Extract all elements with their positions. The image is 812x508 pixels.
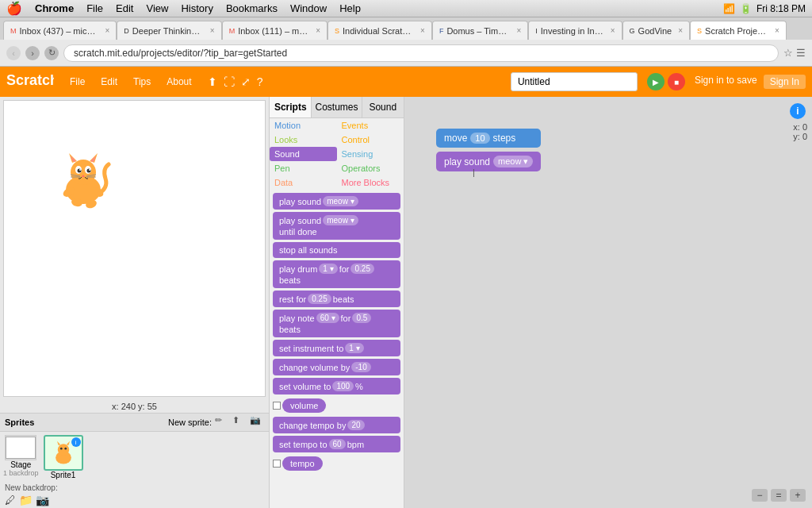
menu-edit[interactable]: Edit	[116, 2, 133, 14]
tab-sound[interactable]: Sound	[362, 97, 404, 117]
workspace-block-play-sound[interactable]: play sound meow ▾ |	[436, 152, 541, 171]
tab-investing[interactable]: I Investing in Infrastru... ×	[528, 21, 622, 40]
url-input[interactable]: scratch.mit.edu/projects/editor/?tip_bar…	[63, 44, 779, 62]
tempo-checkbox[interactable]	[273, 460, 281, 468]
menu-help[interactable]: Help	[339, 2, 361, 14]
block-change-tempo[interactable]: change tempo by 20	[273, 417, 400, 433]
tab-close-icon[interactable]: ×	[420, 26, 425, 35]
tab-close-icon[interactable]: ×	[516, 26, 521, 35]
block-set-instrument[interactable]: set instrument to 1 ▾	[273, 340, 400, 356]
menu-file[interactable]: File	[86, 2, 103, 14]
category-control[interactable]: Control	[337, 133, 404, 147]
block-rest[interactable]: rest for 0.25 beats	[273, 291, 400, 307]
zoom-out-button[interactable]: −	[752, 489, 768, 502]
menu-history[interactable]: History	[181, 2, 213, 14]
sprite1-label: Sprite1	[51, 471, 76, 479]
tab-close-icon[interactable]: ×	[316, 26, 320, 35]
tab-deeper[interactable]: D Deeper Thinking in ... ×	[117, 21, 221, 40]
camera-sprite-icon[interactable]: 📷	[250, 415, 264, 429]
scratch-info-button[interactable]: i	[790, 103, 806, 119]
scratch-tips-menu[interactable]: Tips	[127, 73, 157, 90]
tab-scratch-ind[interactable]: S Individual Scratch E... ×	[327, 21, 432, 40]
menu-chrome[interactable]: Chrome	[35, 2, 74, 14]
battery-icon: 🔋	[740, 3, 752, 14]
sprite1-thumbnail[interactable]: i Sprite1	[44, 435, 83, 479]
category-row-1: Motion Events	[270, 118, 404, 133]
zoom-in-button[interactable]: +	[790, 489, 806, 502]
tab-close-icon[interactable]: ×	[105, 26, 110, 35]
upload-backdrop-icon[interactable]: 📁	[19, 494, 33, 506]
project-title-input[interactable]	[511, 72, 638, 91]
zoom-icon[interactable]: ⤢	[241, 75, 251, 88]
category-data[interactable]: Data	[270, 175, 337, 190]
tab-label: Individual Scratch E...	[343, 26, 414, 36]
block-play-drum[interactable]: play drum 1 ▾ for 0.25 beats	[273, 260, 400, 288]
block-set-volume[interactable]: set volume to 100 %	[273, 378, 400, 394]
workspace[interactable]: i x: 0 y: 0 move 10 steps play sound meo…	[404, 97, 812, 508]
block-change-volume[interactable]: change volume by -10	[273, 359, 400, 375]
block-volume-reporter[interactable]: volume	[282, 398, 326, 413]
paint-backdrop-icon[interactable]: 🖊	[5, 494, 16, 506]
fullscreen-icon[interactable]: ⛶	[224, 75, 235, 88]
category-events[interactable]: Events	[337, 118, 404, 133]
tab-favicon: G	[630, 27, 635, 35]
block-set-tempo[interactable]: set tempo to 60 bpm	[273, 436, 400, 452]
paint-sprite-icon[interactable]: ✏	[215, 415, 229, 429]
tab-close-icon[interactable]: ×	[611, 26, 615, 35]
stage-label: Stage	[10, 460, 31, 469]
reload-button[interactable]: ↻	[44, 46, 59, 60]
tab-scripts[interactable]: Scripts	[270, 97, 312, 117]
category-sensing[interactable]: Sensing	[337, 147, 404, 161]
apple-menu[interactable]: 🍎	[6, 1, 22, 16]
volume-checkbox[interactable]	[273, 402, 281, 410]
tab-gmail[interactable]: M Inbox (437) – mic6... ×	[3, 21, 117, 40]
category-more-blocks[interactable]: More Blocks	[337, 175, 404, 190]
block-play-sound[interactable]: play sound meow ▾	[273, 193, 400, 210]
tab-close-icon[interactable]: ×	[678, 26, 683, 35]
tab-close-icon[interactable]: ×	[775, 26, 779, 35]
tab-scratch-editor[interactable]: S Scratch Project Edit... ×	[690, 21, 787, 40]
category-sound[interactable]: Sound	[270, 147, 337, 161]
share-icon[interactable]: ⬆	[208, 75, 217, 88]
forward-button[interactable]: ›	[25, 46, 40, 60]
tab-godvine[interactable]: G GodVine ×	[622, 21, 690, 40]
zoom-reset-button[interactable]: =	[771, 489, 787, 502]
bookmark-icon[interactable]: ☆	[783, 47, 793, 59]
block-stop-all-sounds[interactable]: stop all sounds	[273, 242, 400, 258]
tab-inbox2[interactable]: M Inbox (111) – mabe... ×	[222, 21, 327, 40]
scratch-app: Scratch File Edit Tips About ⬆ ⛶ ⤢ ? Sig…	[0, 67, 812, 508]
green-flag-button[interactable]	[647, 73, 665, 90]
new-sprite-controls: New sprite: ✏ ⬆ 📷	[168, 415, 264, 429]
scratch-edit-menu[interactable]: Edit	[94, 73, 124, 90]
tab-domus[interactable]: F Domus – Timeline F... ×	[432, 21, 528, 40]
menu-window[interactable]: Window	[290, 2, 327, 14]
camera-backdrop-icon[interactable]: 📷	[36, 494, 49, 506]
stage-thumbnail[interactable]: Stage 1 backdrop	[3, 435, 39, 477]
back-button[interactable]: ‹	[6, 46, 21, 60]
category-pen[interactable]: Pen	[270, 161, 337, 175]
scratch-file-menu[interactable]: File	[63, 73, 91, 90]
settings-icon[interactable]: ☰	[796, 47, 806, 59]
sign-in-save[interactable]: Sign in to save	[695, 75, 757, 89]
upload-sprite-icon[interactable]: ⬆	[232, 415, 247, 429]
scratch-logo[interactable]: Scratch	[6, 71, 54, 94]
sign-in-btn[interactable]: Sign In	[764, 75, 806, 89]
script-blocks: move 10 steps play sound meow ▾ |	[436, 129, 541, 174]
category-motion[interactable]: Motion	[270, 118, 337, 133]
block-play-note[interactable]: play note 60 ▾ for 0.5 beats	[273, 310, 400, 337]
menu-bookmarks[interactable]: Bookmarks	[226, 2, 278, 14]
tab-favicon: F	[439, 27, 444, 35]
help-icon[interactable]: ?	[257, 75, 263, 88]
stop-button[interactable]	[668, 73, 685, 90]
block-play-sound-until[interactable]: play sound meow ▾ until done	[273, 212, 400, 240]
tab-costumes[interactable]: Costumes	[312, 97, 362, 117]
block-tempo-reporter[interactable]: tempo	[282, 456, 323, 471]
category-looks[interactable]: Looks	[270, 133, 337, 147]
menu-view[interactable]: View	[146, 2, 168, 14]
workspace-block-move[interactable]: move 10 steps	[436, 129, 541, 148]
tab-close-icon[interactable]: ×	[210, 26, 215, 35]
category-operators[interactable]: Operators	[337, 161, 404, 175]
scratch-about-menu[interactable]: About	[160, 73, 197, 90]
info-badge[interactable]: i	[71, 437, 81, 447]
backdrop-icons: 🖊 📁 📷	[5, 494, 264, 506]
